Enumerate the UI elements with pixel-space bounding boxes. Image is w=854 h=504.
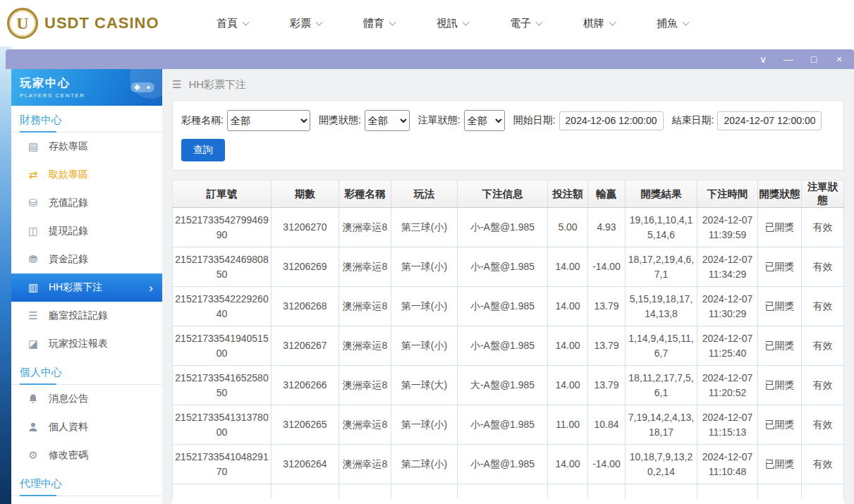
nav-item-label: 電子 (510, 17, 531, 30)
sidebar-item-hh-lottery-bets[interactable]: ▥ HH彩票下注 › (11, 273, 162, 302)
window-minimize-icon[interactable]: — (783, 54, 793, 64)
table-cell: 澳洲幸运8 (339, 287, 391, 326)
end-date-input[interactable] (717, 111, 822, 130)
players-center-titles: 玩家中心 PLAYERS CENTER (20, 76, 85, 99)
draw-status-label: 開獎狀態: (319, 114, 361, 127)
sidebar-item-change-password[interactable]: ⚙ 修改密碼 (11, 441, 162, 469)
sidebar-item-withdraw[interactable]: ⇄ 取款專區 (11, 161, 162, 189)
table-cell: 31206270 (272, 208, 339, 247)
sidebar-item-label: 玩家投注報表 (49, 338, 108, 350)
table-cell: 2152173354279946990 (173, 208, 272, 247)
table-cell: 31206268 (272, 287, 339, 326)
nav-item-5[interactable]: 電子 (489, 17, 563, 30)
table-cell: 有效 (802, 326, 844, 366)
table-cell: 澳洲幸运8 (339, 247, 391, 287)
table-cell: 7,19,14,2,4,13,18,17 (626, 405, 697, 445)
table-cell: 小-A盤@1.985 (458, 287, 548, 326)
table-cell: 第二球(小) (391, 445, 458, 484)
recharge-record-icon: ⛁ (27, 197, 39, 209)
sidebar-item-room-bet-record[interactable]: ☰ 廳室投註記錄 (11, 302, 162, 330)
order-status-select[interactable]: 全部 (464, 110, 505, 131)
sidebar-item-label: 充值記錄 (49, 197, 88, 209)
table-cell (173, 484, 272, 498)
site-logo[interactable]: U USDT CASINO (7, 8, 159, 39)
nav-item-7[interactable]: 捕魚 (636, 17, 709, 30)
table-cell: 小-A盤@1.985 (458, 247, 548, 287)
window-titlebar[interactable]: ∨ — □ × (6, 49, 854, 69)
sidebar-item-label: 消息公告 (49, 393, 88, 405)
nav-item-6[interactable]: 棋牌 (563, 17, 636, 30)
column-header: 投注額 (548, 180, 588, 208)
nav-item-1[interactable]: 首頁 (196, 17, 269, 30)
column-header: 下注時間 (697, 180, 758, 208)
table-cell: 第一球(小) (391, 405, 458, 445)
sidebar-item-label: 提現記錄 (49, 225, 88, 238)
withdrawal-record-icon: ◫ (27, 225, 39, 238)
nav-item-4[interactable]: 視訊 (416, 17, 489, 30)
bet-table-card: 訂單號期數彩種名稱玩法下注信息投注額輸贏開獎結果下注時間開獎狀態注單狀態 215… (172, 180, 844, 504)
user-icon (28, 422, 39, 433)
table-cell: 2024-12-07 11:15:13 (697, 405, 758, 445)
players-center-subtitle: PLAYERS CENTER (20, 92, 85, 99)
nav-item-3[interactable]: 體育 (343, 17, 416, 30)
chevron-right-icon: › (149, 282, 153, 294)
table-cell: 14.00 (548, 326, 588, 366)
table-header-row: 訂單號期數彩種名稱玩法下注信息投注額輸贏開獎結果下注時間開獎狀態注單狀態 (173, 180, 844, 208)
table-cell: 有效 (802, 247, 844, 287)
chevron-down-icon (683, 18, 690, 25)
query-button[interactable]: 查詢 (181, 139, 225, 161)
table-row: 215217335422292604031206268澳洲幸运8第一球(小)小-… (173, 287, 844, 326)
lottery-name-select[interactable]: 全部 (227, 110, 310, 131)
sidebar-item-funds-record[interactable]: ⛃ 資金記錄 (11, 245, 162, 273)
table-cell: 31206266 (272, 366, 339, 405)
table-cell: 31206264 (272, 445, 339, 484)
column-header: 期數 (272, 180, 339, 208)
chevron-down-icon (316, 18, 323, 25)
window-maximize-icon[interactable]: □ (809, 54, 819, 64)
table-cell (802, 484, 844, 498)
table-cell: 14.00 (548, 247, 588, 287)
bet-table-body: 215217335427994699031206270澳洲幸运8第三球(小)小-… (173, 208, 844, 498)
room-bet-record-icon: ☰ (27, 309, 39, 322)
sidebar-item-profile[interactable]: 個人資料 (11, 413, 162, 441)
chevron-down-icon (243, 18, 250, 25)
table-cell: 澳洲幸运8 (339, 208, 391, 247)
sidebar-item-withdrawal-record[interactable]: ◫ 提現記錄 (11, 217, 162, 245)
order-status-label: 注單狀態: (418, 114, 460, 127)
table-cell (339, 484, 391, 498)
table-cell: 2152173354165258050 (173, 366, 272, 405)
table-cell: 已開獎 (758, 326, 802, 366)
table-cell: 2152173354222926040 (173, 287, 272, 326)
lottery-name-label: 彩種名稱: (181, 114, 224, 127)
player-bet-report-icon: ◪ (27, 338, 39, 350)
sidebar-item-recharge-record[interactable]: ⛁ 充值記錄 (11, 189, 162, 217)
window-collapse-icon[interactable]: ∨ (758, 54, 768, 64)
table-cell: 小-A盤@1.985 (458, 445, 548, 484)
main-content: ☰ HH彩票下注 彩種名稱: 全部 開獎狀態: 全部 注單狀態: 全部 (162, 69, 854, 504)
table-cell: 2024-12-07 11:10:48 (697, 445, 758, 484)
table-row: 215217335424698085031206269澳洲幸运8第一球(小)小-… (173, 247, 844, 287)
sidebar-item-announcements[interactable]: 消息公告 (11, 385, 162, 413)
nav-item-2[interactable]: 彩票 (269, 17, 343, 30)
table-cell: 澳洲幸运8 (339, 405, 391, 445)
sidebar-item-player-bet-report[interactable]: ◪ 玩家投注報表 (11, 330, 162, 358)
start-date-input[interactable] (559, 111, 664, 130)
section-personal-center: 個人中心 (11, 358, 162, 385)
bell-icon (28, 393, 39, 405)
nav-item-label: 彩票 (290, 17, 311, 30)
nav-item-label: 棋牌 (583, 17, 604, 30)
table-cell: 2024-12-07 11:20:52 (697, 366, 758, 405)
sidebar-item-deposit[interactable]: ▤ 存款專區 (11, 133, 162, 161)
hamburger-icon[interactable]: ☰ (172, 78, 181, 91)
column-header: 彩種名稱 (339, 180, 391, 208)
draw-status-select[interactable]: 全部 (365, 110, 410, 131)
window-close-icon[interactable]: × (834, 54, 844, 64)
table-cell: 第一球(小) (391, 326, 458, 366)
players-center-title: 玩家中心 (20, 76, 85, 91)
chevron-down-icon (463, 18, 470, 25)
chevron-down-icon (609, 18, 616, 25)
table-cell: 第一球(小) (391, 287, 458, 326)
table-cell: 有效 (802, 445, 844, 484)
column-header: 開獎結果 (626, 180, 697, 208)
gamepad-icon (130, 79, 155, 96)
